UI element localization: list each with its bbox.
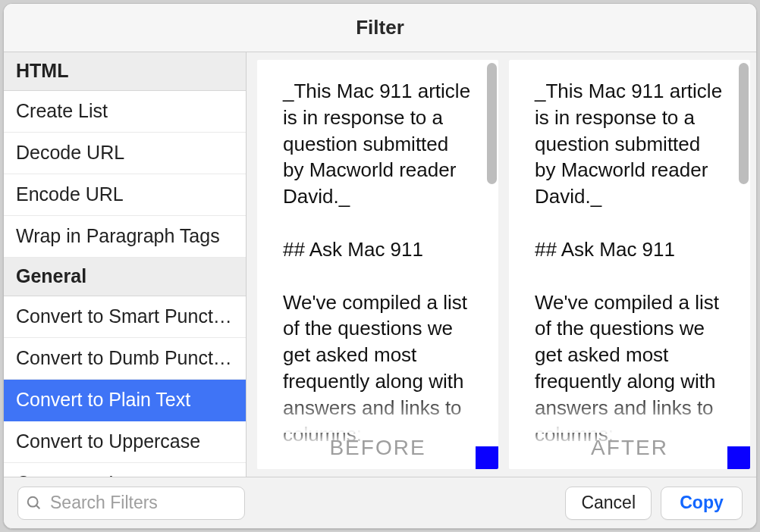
- cancel-button[interactable]: Cancel: [565, 487, 652, 520]
- sidebar-item-create-list[interactable]: Create List: [4, 91, 246, 133]
- before-scrollbar[interactable]: [483, 60, 498, 469]
- sidebar-item-decode-url[interactable]: Decode URL: [4, 133, 246, 174]
- svg-point-0: [28, 496, 38, 506]
- search-field-wrap[interactable]: [17, 487, 245, 520]
- preview-area: _This Mac 911 article is in response to …: [247, 52, 756, 477]
- content-area: HTML Create List Decode URL Encode URL W…: [4, 52, 756, 477]
- sidebar-item-encode-url[interactable]: Encode URL: [4, 174, 246, 216]
- sidebar[interactable]: HTML Create List Decode URL Encode URL W…: [4, 52, 247, 477]
- sidebar-item-wrap-paragraph-tags[interactable]: Wrap in Paragraph Tags: [4, 216, 246, 258]
- filter-window: Filter HTML Create List Decode URL Encod…: [3, 3, 757, 529]
- search-icon: [26, 495, 42, 512]
- before-pane: _This Mac 911 article is in response to …: [257, 60, 498, 469]
- bottombar: Cancel Copy: [4, 477, 756, 528]
- sidebar-item-convert-plain-text[interactable]: Convert to Plain Text: [4, 380, 246, 421]
- svg-line-1: [36, 505, 40, 509]
- window-title: Filter: [356, 16, 404, 39]
- after-scrollbar-thumb[interactable]: [739, 63, 749, 184]
- titlebar: Filter: [4, 4, 756, 52]
- sidebar-section-header-general: General: [4, 258, 246, 296]
- before-resize-corner[interactable]: [476, 446, 498, 469]
- after-text[interactable]: _This Mac 911 article is in response to …: [509, 60, 750, 469]
- sidebar-item-convert-uppercase[interactable]: Convert to Uppercase: [4, 421, 246, 463]
- sidebar-item-convert-lowercase[interactable]: Convert to Lowercase: [4, 463, 246, 477]
- after-pane: _This Mac 911 article is in response to …: [509, 60, 750, 469]
- copy-button[interactable]: Copy: [661, 487, 743, 520]
- after-resize-corner[interactable]: [727, 446, 750, 469]
- before-scrollbar-thumb[interactable]: [487, 63, 497, 184]
- sidebar-item-convert-dumb-punctuation[interactable]: Convert to Dumb Punctuation: [4, 338, 246, 380]
- sidebar-section-header-html: HTML: [4, 52, 246, 91]
- search-input[interactable]: [49, 492, 237, 514]
- sidebar-item-convert-smart-punctuation[interactable]: Convert to Smart Punctuation: [4, 296, 246, 338]
- before-text[interactable]: _This Mac 911 article is in response to …: [257, 60, 498, 469]
- after-scrollbar[interactable]: [735, 60, 750, 469]
